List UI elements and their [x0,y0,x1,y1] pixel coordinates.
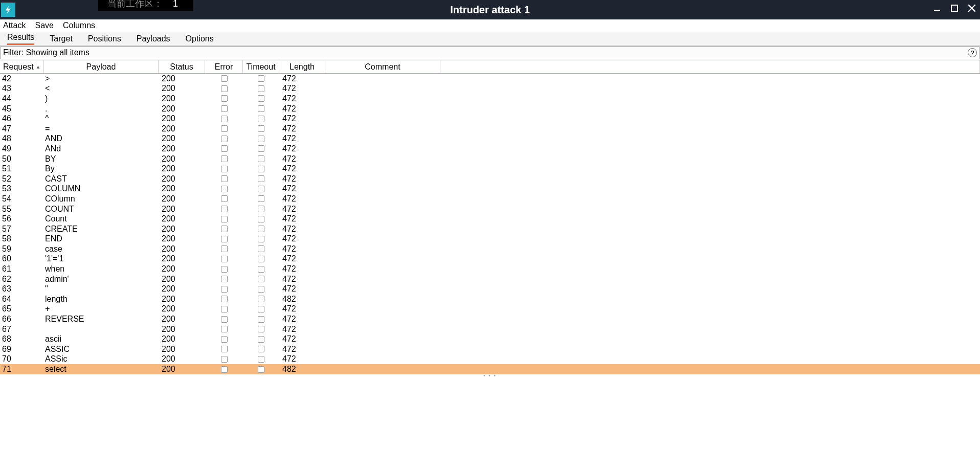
timeout-checkbox[interactable] [258,195,264,202]
menu-attack[interactable]: Attack [3,21,26,30]
timeout-checkbox[interactable] [258,116,264,122]
error-checkbox[interactable] [221,206,228,212]
error-checkbox[interactable] [221,236,228,242]
error-checkbox[interactable] [221,316,228,323]
table-row[interactable]: 65+200472 [0,304,980,315]
error-checkbox[interactable] [221,95,228,102]
col-payload[interactable]: Payload [44,60,159,73]
table-row[interactable]: 70ASSic200472 [0,354,980,365]
menu-save[interactable]: Save [35,21,53,30]
error-checkbox[interactable] [221,326,228,332]
table-row[interactable]: 67200472 [0,324,980,334]
timeout-checkbox[interactable] [258,166,264,172]
table-row[interactable]: 45.200472 [0,104,980,114]
col-request[interactable]: Request▲ [0,60,44,73]
timeout-checkbox[interactable] [258,236,264,242]
tab-positions[interactable]: Positions [88,34,121,45]
table-row[interactable]: 68ascii200472 [0,334,980,344]
table-row[interactable]: 61when200472 [0,264,980,274]
table-row[interactable]: 50BY200472 [0,154,980,164]
error-checkbox[interactable] [221,226,228,232]
timeout-checkbox[interactable] [258,326,264,332]
error-checkbox[interactable] [221,145,228,152]
table-row[interactable]: 69ASSIC200472 [0,344,980,354]
timeout-checkbox[interactable] [258,175,264,182]
table-row[interactable]: 62admin'200472 [0,274,980,284]
table-row[interactable]: 59case200472 [0,244,980,254]
table-row[interactable]: 44)200472 [0,94,980,104]
minimize-button[interactable] [932,3,942,13]
table-row[interactable]: 63"200472 [0,284,980,294]
timeout-checkbox[interactable] [258,155,264,162]
timeout-checkbox[interactable] [258,356,264,363]
error-checkbox[interactable] [221,286,228,293]
timeout-checkbox[interactable] [258,316,264,323]
timeout-checkbox[interactable] [258,276,264,282]
table-row[interactable]: 66REVERSE200472 [0,314,980,324]
error-checkbox[interactable] [221,306,228,312]
table-row[interactable]: 54COlumn200472 [0,194,980,204]
error-checkbox[interactable] [221,195,228,202]
timeout-checkbox[interactable] [258,186,264,192]
table-row[interactable]: 64length200482 [0,294,980,304]
error-checkbox[interactable] [221,336,228,343]
tab-results[interactable]: Results [7,33,34,45]
close-button[interactable] [967,3,977,13]
error-checkbox[interactable] [221,216,228,222]
table-row[interactable]: 43<200472 [0,84,980,94]
timeout-checkbox[interactable] [258,336,264,343]
error-checkbox[interactable] [221,175,228,182]
timeout-checkbox[interactable] [258,245,264,252]
error-checkbox[interactable] [221,266,228,273]
timeout-checkbox[interactable] [258,105,264,112]
error-checkbox[interactable] [221,356,228,363]
error-checkbox[interactable] [221,155,228,162]
timeout-checkbox[interactable] [258,206,264,212]
timeout-checkbox[interactable] [258,226,264,232]
error-checkbox[interactable] [221,296,228,302]
error-checkbox[interactable] [221,105,228,112]
table-row[interactable]: 42>200472 [0,74,980,84]
menu-columns[interactable]: Columns [63,21,95,30]
timeout-checkbox[interactable] [258,85,264,92]
pane-resize-handle[interactable]: • • • [0,374,980,377]
error-checkbox[interactable] [221,136,228,142]
col-timeout[interactable]: Timeout [243,60,279,73]
table-row[interactable]: 53COLUMN200472 [0,184,980,194]
error-checkbox[interactable] [221,256,228,262]
error-checkbox[interactable] [221,245,228,252]
col-error[interactable]: Error [205,60,243,73]
timeout-checkbox[interactable] [258,75,264,82]
error-checkbox[interactable] [221,276,228,282]
timeout-checkbox[interactable] [258,136,264,142]
table-row[interactable]: 49ANd200472 [0,144,980,154]
table-row[interactable]: 48AND200472 [0,134,980,144]
timeout-checkbox[interactable] [258,346,264,352]
error-checkbox[interactable] [221,166,228,172]
timeout-checkbox[interactable] [258,286,264,293]
table-row[interactable]: 58END200472 [0,234,980,244]
table-row[interactable]: 51By200472 [0,164,980,174]
error-checkbox[interactable] [221,75,228,82]
table-row[interactable]: 57CREATE200472 [0,224,980,234]
col-status[interactable]: Status [159,60,205,73]
timeout-checkbox[interactable] [258,366,264,373]
timeout-checkbox[interactable] [258,256,264,262]
error-checkbox[interactable] [221,85,228,92]
error-checkbox[interactable] [221,116,228,122]
table-row[interactable]: 52CAST200472 [0,174,980,184]
table-row[interactable]: 55COUNT200472 [0,204,980,214]
timeout-checkbox[interactable] [258,266,264,273]
filter-bar[interactable]: Filter: Showing all items ? [1,46,979,59]
maximize-button[interactable] [949,3,960,13]
timeout-checkbox[interactable] [258,145,264,152]
timeout-checkbox[interactable] [258,95,264,102]
help-icon[interactable]: ? [968,48,977,57]
table-row[interactable]: 47=200472 [0,124,980,134]
tab-options[interactable]: Options [186,34,214,45]
timeout-checkbox[interactable] [258,306,264,312]
table-row[interactable]: 46^200472 [0,114,980,124]
tab-target[interactable]: Target [50,34,72,45]
table-row[interactable]: 60'1'='1200472 [0,254,980,264]
timeout-checkbox[interactable] [258,216,264,222]
